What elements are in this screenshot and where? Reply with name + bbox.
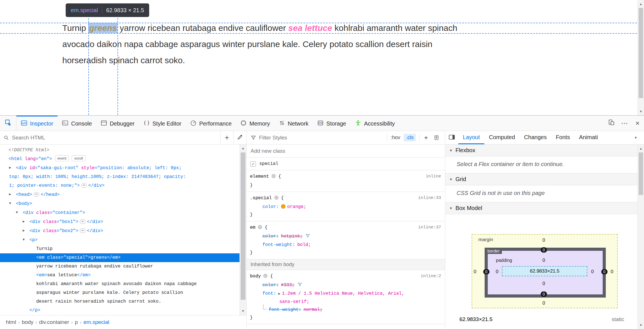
box-model-section-header[interactable]: ▼ Box Model — [445, 202, 644, 214]
markup-tree[interactable]: <!DOCTYPE html> <html lang="en">eventscr… — [0, 145, 246, 315]
property-name[interactable]: color: — [262, 234, 279, 239]
selector-gear-icon[interactable] — [271, 173, 276, 181]
sidebar-scrollbar-thumb[interactable] — [639, 152, 643, 195]
property-name[interactable]: font: — [262, 291, 276, 296]
rule-selector[interactable]: .special — [250, 196, 272, 201]
three-pane-toggle-button[interactable] — [445, 131, 458, 144]
tree-node-text-kohlrabi[interactable]: kohlrabi amaranth water spinach avocado … — [0, 280, 246, 306]
tab-animations[interactable]: Animati — [574, 131, 598, 144]
tree-node-div-container[interactable]: ▼<div class="container"> — [0, 208, 246, 217]
tab-fonts[interactable]: Fonts — [551, 131, 574, 144]
margin-bottom-value[interactable]: 0 — [542, 300, 545, 306]
breadcrumb-item-body[interactable]: body — [20, 319, 35, 325]
inline-ellipsis-button[interactable]: ⋯ — [80, 219, 85, 224]
scroll-up-arrow[interactable]: ▲ — [638, 145, 644, 152]
box-model-border-region[interactable]: 62.9833×21.5 — [485, 248, 606, 298]
tab-storage[interactable]: Storage — [313, 116, 350, 131]
border-top-value[interactable]: 0 — [541, 247, 547, 253]
tab-inspector[interactable]: Inspector — [16, 116, 57, 131]
property-value[interactable]: orange; — [287, 204, 306, 209]
breadcrumb-item-div-container[interactable]: div.container — [37, 319, 71, 325]
box-model-margin-region[interactable]: margin 62.9833×21.5 border padding 0 0 0… — [472, 234, 618, 308]
add-node-button[interactable]: + — [220, 131, 233, 144]
tree-node-body[interactable]: ▼<body> — [0, 199, 246, 208]
collapse-arrow-icon[interactable]: ▼ — [23, 235, 29, 244]
tree-node-div-box2[interactable]: ▶<div class="box2">⋯</div> — [0, 226, 246, 235]
breadcrumb-item-html[interactable]: html — [4, 319, 18, 325]
filter-styles-input[interactable]: Filter Styles — [259, 135, 385, 141]
selector-gear-icon[interactable] — [263, 273, 268, 281]
rule-selector[interactable]: element — [250, 174, 269, 179]
tab-debugger[interactable]: Debugger — [96, 116, 139, 131]
property-value[interactable]: hotpink; — [281, 234, 303, 239]
padding-bottom-value[interactable]: 0 — [542, 281, 545, 286]
tree-node-doctype[interactable]: <!DOCTYPE html> — [0, 146, 246, 155]
expand-arrow-icon[interactable]: ▶ — [9, 190, 16, 199]
selector-gear-icon[interactable] — [258, 224, 262, 232]
breadcrumb-item-em-special[interactable]: em.special — [82, 319, 111, 325]
markup-scrollbar-thumb[interactable] — [241, 152, 245, 300]
scroll-down-arrow[interactable]: ▼ — [240, 307, 246, 315]
overridden-filter-icon[interactable] — [305, 233, 310, 241]
overridden-filter-icon[interactable] — [298, 282, 302, 290]
tab-accessibility[interactable]: Accessibility — [350, 116, 399, 131]
color-swatch-orange[interactable] — [281, 204, 285, 209]
tab-console[interactable]: Console — [57, 116, 96, 131]
tree-node-p-close[interactable]: </p> — [0, 306, 246, 315]
tree-node-text-yarrow[interactable]: yarrow ricebean rutabaga endive cauliflo… — [0, 262, 246, 271]
expand-arrow-icon[interactable]: ▶ — [23, 226, 29, 235]
tree-node-saka-gui-root[interactable]: ▶<div id="saka-gui-root" style="position… — [0, 164, 246, 190]
collapse-arrow-icon[interactable]: ▼ — [16, 208, 23, 217]
all-tabs-menu-icon[interactable]: ▾ — [635, 135, 637, 140]
rule-source-link[interactable]: inline — [426, 173, 441, 181]
inline-ellipsis-button[interactable]: ⋯ — [81, 183, 87, 188]
tab-changes[interactable]: Changes — [519, 131, 551, 144]
markup-scrollbar[interactable]: ▲ ▼ — [239, 145, 246, 315]
node-picker-button[interactable] — [0, 116, 16, 131]
responsive-design-mode-button[interactable] — [605, 116, 618, 131]
tree-node-em-sea-lettuce[interactable]: <em>sea lettuce</em> — [0, 271, 246, 280]
border-right-value[interactable]: 0 — [601, 269, 607, 275]
tab-performance[interactable]: Performance — [186, 116, 236, 131]
property-name[interactable]: color: — [262, 283, 279, 288]
expand-shorthand-icon[interactable]: ▶ — [278, 292, 280, 296]
selector-gear-icon[interactable] — [274, 195, 279, 203]
tab-computed[interactable]: Computed — [484, 131, 519, 144]
property-value[interactable]: normal; — [303, 307, 322, 312]
tree-node-div-box1[interactable]: ▶<div class="box1">⋯</div> — [0, 217, 246, 226]
grid-section-header[interactable]: ▼ Grid — [445, 173, 644, 185]
tab-network[interactable]: Network — [274, 116, 313, 131]
page-scrollbar-thumb[interactable] — [639, 8, 643, 98]
add-rule-button[interactable]: + — [421, 134, 431, 142]
eyedropper-button[interactable] — [233, 131, 246, 144]
tree-node-head[interactable]: ▶<head>⋯</head> — [0, 190, 246, 199]
search-input[interactable]: Search HTML — [12, 135, 220, 141]
inline-ellipsis-button[interactable]: ⋯ — [34, 192, 39, 197]
padding-left-value[interactable]: 0 — [496, 269, 498, 275]
property-value[interactable]: bold; — [297, 242, 311, 247]
border-bottom-value[interactable]: 0 — [541, 292, 547, 297]
tree-node-text-turnip[interactable]: Turnip — [0, 245, 246, 253]
margin-left-value[interactable]: 0 — [474, 269, 476, 275]
tab-style-editor[interactable]: Style Editor — [139, 116, 186, 131]
meatball-menu-button[interactable]: ⋯ — [618, 116, 631, 131]
sidebar-scrollbar[interactable]: ▲ ▼ — [637, 145, 644, 329]
scroll-up-arrow[interactable]: ▲ — [240, 145, 246, 152]
padding-top-value[interactable]: 0 — [542, 258, 545, 263]
scroll-up-arrow[interactable]: ▲ — [638, 0, 644, 8]
expand-arrow-icon[interactable]: ▶ — [9, 164, 16, 172]
collapse-arrow-icon[interactable]: ▼ — [9, 199, 16, 208]
rule-source-link[interactable]: inline:37 — [418, 224, 441, 232]
scroll-badge[interactable]: scroll — [72, 155, 85, 161]
rule-selector[interactable]: em — [250, 225, 255, 230]
property-name[interactable]: color: — [262, 204, 279, 209]
tab-layout[interactable]: Layout — [458, 131, 484, 144]
property-value[interactable]: 1.2em / 1.5 Helvetica Neue, Helvetica, A… — [282, 291, 404, 296]
page-scrollbar[interactable]: ▲ ▼ — [637, 0, 644, 115]
rule-source-link[interactable]: inline:33 — [418, 194, 441, 202]
breadcrumb-item-p[interactable]: p — [73, 319, 80, 325]
border-left-value[interactable]: 0 — [483, 269, 489, 275]
scroll-down-arrow[interactable]: ▼ — [638, 107, 644, 115]
tree-node-p[interactable]: ▼<p> — [0, 235, 246, 245]
rule-selector[interactable]: body — [250, 274, 261, 279]
